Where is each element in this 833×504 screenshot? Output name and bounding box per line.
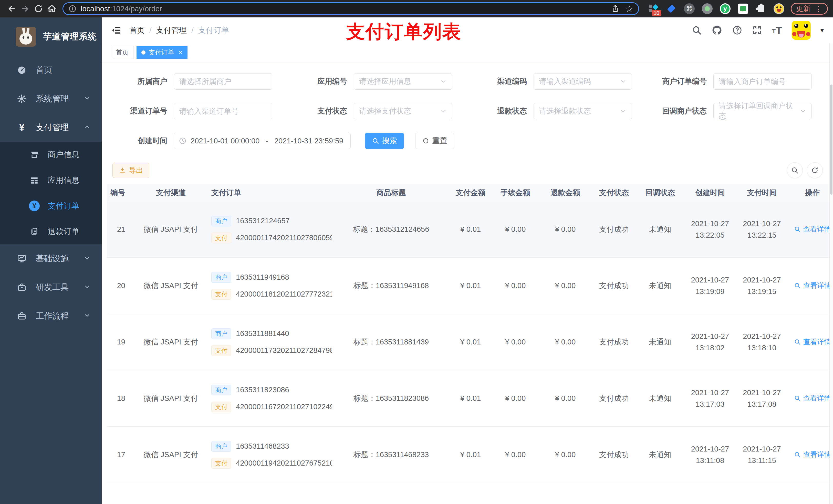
view-detail-link[interactable]: 查看详情 — [794, 224, 831, 234]
sidebar-item-workflow[interactable]: 工作流程 — [0, 302, 102, 330]
home-icon[interactable] — [45, 2, 58, 15]
sidebar-item-devtools[interactable]: 研发工具 — [0, 273, 102, 302]
scrollbar-thumb[interactable] — [830, 85, 832, 195]
sidebar-collapse-icon[interactable] — [111, 25, 122, 35]
search-button[interactable]: 搜索 — [365, 133, 404, 149]
sidebar-item-pay-order[interactable]: ¥ 支付订单 — [0, 193, 102, 219]
filter-label-merchant-order-no: 商户订单编号 — [646, 76, 713, 87]
export-button[interactable]: 导出 — [113, 163, 149, 178]
avatar-caret-icon[interactable]: ▾ — [820, 26, 824, 34]
view-detail-link[interactable]: 查看详情 — [794, 450, 831, 459]
sidebar-item-refund-order[interactable]: 退款订单 — [0, 219, 102, 244]
table-header: 编号 支付渠道 支付订单 商品标题 支付金额 手续金额 退款金额 支付状态 回调… — [107, 184, 833, 201]
help-icon[interactable] — [732, 25, 742, 35]
reset-button[interactable]: 重置 — [415, 133, 454, 149]
tab-pay-order[interactable]: 支付订单 ✕ — [137, 46, 188, 59]
extension-chat-icon[interactable] — [737, 3, 749, 14]
chevron-up-icon — [84, 123, 90, 133]
tags-view-bar: 首页 支付订单 ✕ — [102, 43, 833, 62]
pay-order-table: 编号 支付渠道 支付订单 商品标题 支付金额 手续金额 退款金额 支付状态 回调… — [107, 184, 833, 504]
pay-status-select[interactable]: 请选择支付状态 — [354, 103, 452, 119]
tab-home[interactable]: 首页 — [111, 46, 134, 59]
pay-tag: 支付 — [211, 345, 231, 356]
create-time-range-picker[interactable]: 2021-10-01 00:00:00 - 2021-10-31 23:59:5… — [174, 133, 351, 149]
table-row[interactable]: 21 微信 JSAPI 支付 商户1635312124657 支付4200001… — [107, 201, 833, 258]
filter-label-refund-status: 退款状态 — [467, 106, 533, 116]
browser-toolbar: localhost:1024/pay/order ☆ 10 ⌘ y 更新 ⋮ — [0, 0, 833, 18]
close-icon[interactable]: ✕ — [178, 49, 183, 55]
font-size-icon[interactable]: TT — [772, 26, 782, 35]
breadcrumb-current: 支付订单 — [198, 25, 229, 35]
sidebar-item-payment[interactable]: ¥ 支付管理 — [0, 113, 102, 142]
chevron-down-icon — [440, 108, 447, 115]
chevron-down-icon — [84, 94, 90, 104]
site-info-icon[interactable] — [68, 5, 77, 13]
table-row[interactable]: 19 微信 JSAPI 支付 商户1635311881440 支付4200001… — [107, 314, 833, 370]
channel-code-select[interactable]: 请输入渠道编码 — [533, 73, 632, 90]
grid-icon — [29, 176, 40, 185]
bookmark-star-icon[interactable]: ☆ — [625, 4, 633, 13]
toolbox-icon — [16, 283, 28, 292]
shop-icon — [29, 150, 40, 159]
reload-icon[interactable] — [32, 2, 45, 15]
sidebar: 芋道管理系统 首页 系统管理 ¥ 支付管理 — [0, 18, 102, 504]
table-row[interactable]: 18 微信 JSAPI 支付 商户1635311823086 支付4200001… — [107, 370, 833, 427]
user-avatar[interactable] — [792, 21, 811, 40]
chevron-down-icon — [620, 108, 626, 115]
notify-status-select[interactable]: 请选择订单回调商户状态 — [713, 103, 812, 119]
chevron-down-icon — [84, 254, 90, 264]
channel-order-no-input[interactable] — [174, 103, 272, 119]
date-end: 2021-10-31 23:59:59 — [274, 137, 343, 145]
sidebar-item-system[interactable]: 系统管理 — [0, 85, 102, 113]
extension-workspaces-icon[interactable]: 10 — [648, 3, 659, 14]
forward-icon[interactable] — [19, 2, 32, 15]
top-navbar: 首页 / 支付管理 / 支付订单 支付订单列表 — [102, 18, 833, 43]
payment-submenu: 商户信息 应用信息 ¥ 支付订单 退款订单 — [0, 142, 102, 244]
table-row[interactable]: 17 微信 JSAPI 支付 商户1635311468233 支付4200001… — [107, 427, 833, 483]
sidebar-item-merchant-info[interactable]: 商户信息 — [0, 142, 102, 167]
filter-label-notify-status: 回调商户状态 — [646, 106, 713, 116]
filter-label-app: 应用编号 — [287, 76, 354, 87]
refresh-table-button[interactable] — [807, 162, 823, 178]
search-icon[interactable] — [692, 25, 702, 35]
pay-tag: 支付 — [211, 289, 231, 299]
page-scrollbar[interactable] — [829, 44, 833, 504]
briefcase-icon — [16, 311, 28, 321]
extension-recorder-icon[interactable] — [701, 3, 713, 14]
sidebar-item-home[interactable]: 首页 — [0, 56, 102, 85]
show-search-toggle-button[interactable] — [787, 162, 803, 178]
merchant-input[interactable] — [174, 73, 272, 90]
date-start: 2021-10-01 00:00:00 — [191, 137, 260, 145]
breadcrumb: 首页 / 支付管理 / 支付订单 — [129, 25, 229, 35]
extensions-puzzle-icon[interactable] — [755, 3, 767, 14]
github-icon[interactable] — [712, 25, 722, 35]
breadcrumb-home[interactable]: 首页 — [129, 25, 145, 35]
documents-icon — [29, 227, 40, 236]
sidebar-item-app-info[interactable]: 应用信息 — [0, 167, 102, 193]
table-row[interactable]: 20 微信 JSAPI 支付 商户1635311949168 支付4200001… — [107, 258, 833, 314]
view-detail-link[interactable]: 查看详情 — [794, 281, 831, 290]
view-detail-link[interactable]: 查看详情 — [794, 393, 831, 403]
browser-menu-icon[interactable]: ⋮ — [814, 4, 823, 13]
profile-avatar-icon[interactable] — [773, 3, 785, 14]
refund-status-select[interactable]: 请选择退款状态 — [533, 103, 632, 119]
url-bar[interactable]: localhost:1024/pay/order ☆ — [63, 2, 639, 15]
active-tab-dot — [141, 50, 145, 54]
fullscreen-icon[interactable] — [752, 25, 762, 35]
extension-y-brand-icon[interactable]: y — [719, 3, 731, 14]
url-text: localhost:1024/pay/order — [81, 5, 609, 13]
back-icon[interactable] — [5, 2, 19, 15]
merchant-order-no-input[interactable] — [713, 73, 812, 90]
chrome-update-button[interactable]: 更新 ⋮ — [791, 3, 828, 15]
chevron-down-icon — [84, 283, 90, 292]
extension-command-icon[interactable]: ⌘ — [684, 3, 695, 14]
table-row[interactable]: 商户1635311451796 — [107, 483, 833, 504]
filter-label-create-time: 创建时间 — [107, 136, 174, 146]
merchant-tag: 商户 — [211, 385, 231, 395]
sidebar-item-infra[interactable]: 基础设施 — [0, 244, 102, 273]
share-icon[interactable] — [611, 5, 619, 13]
extension-kite-icon[interactable] — [666, 3, 677, 14]
filter-label-channel-order-no: 渠道订单号 — [107, 106, 174, 116]
app-select[interactable]: 请选择应用信息 — [354, 73, 452, 90]
view-detail-link[interactable]: 查看详情 — [794, 337, 831, 346]
